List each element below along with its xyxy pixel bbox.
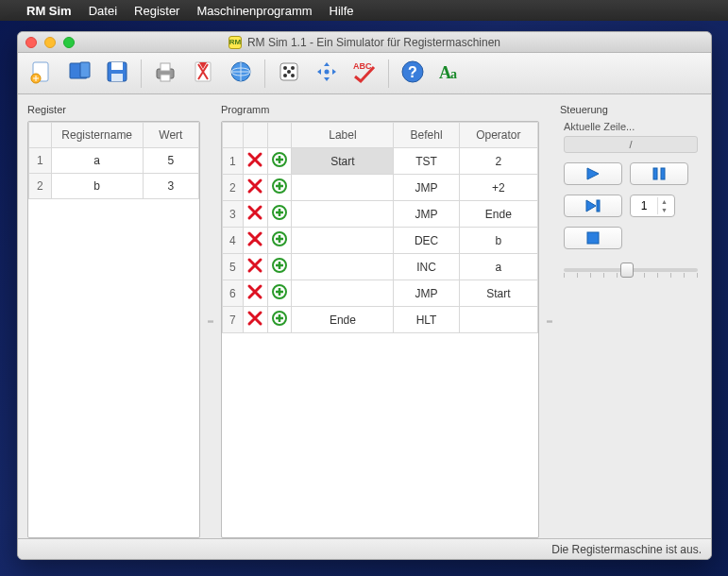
toolbar-separator <box>388 59 389 88</box>
program-operator-cell[interactable]: a <box>459 254 537 280</box>
program-befehl-cell[interactable]: INC <box>394 254 459 280</box>
program-operator-cell[interactable]: b <box>459 228 537 254</box>
delete-row-button[interactable] <box>243 175 267 201</box>
spinner-down-icon[interactable]: ▼ <box>658 206 670 214</box>
program-operator-cell[interactable]: Start <box>459 280 537 307</box>
menu-register[interactable]: Register <box>134 4 179 18</box>
program-label-cell[interactable]: Start <box>292 148 394 175</box>
program-row-index: 6 <box>223 280 244 307</box>
program-label-cell[interactable] <box>292 280 394 307</box>
save-icon <box>105 59 129 87</box>
program-label-cell[interactable] <box>292 228 394 254</box>
delete-row-button[interactable] <box>243 280 267 307</box>
program-row[interactable]: 5INCa <box>223 254 538 280</box>
program-col-label: Label <box>292 123 394 148</box>
register-name-cell[interactable]: b <box>51 174 143 199</box>
program-operator-cell[interactable]: Ende <box>459 201 537 228</box>
program-row[interactable]: 7EndeHLT <box>223 307 538 333</box>
add-row-button[interactable] <box>267 228 292 254</box>
program-row-index: 7 <box>223 307 244 333</box>
program-befehl-cell[interactable]: TST <box>394 148 459 175</box>
program-befehl-cell[interactable]: JMP <box>394 175 459 201</box>
check-abc-button[interactable]: ABC <box>347 58 382 90</box>
delete-row-button[interactable] <box>243 201 267 228</box>
program-row[interactable]: 6JMPStart <box>223 280 538 307</box>
speed-slider[interactable] <box>564 259 698 281</box>
program-row[interactable]: 4DECb <box>223 228 538 254</box>
program-col-add <box>267 123 292 148</box>
close-icon[interactable] <box>25 37 37 48</box>
add-icon <box>271 211 288 224</box>
zoom-icon[interactable] <box>63 37 75 48</box>
add-row-button[interactable] <box>267 201 292 228</box>
menu-maschinenprogramm[interactable]: Maschinenprogramm <box>196 4 312 18</box>
program-operator-cell[interactable] <box>459 307 537 333</box>
save-button[interactable] <box>99 58 135 90</box>
add-row-button[interactable] <box>267 254 292 280</box>
program-row[interactable]: 3JMPEnde <box>223 201 538 228</box>
register-name-cell[interactable]: a <box>51 148 143 174</box>
register-col-name: Registername <box>51 123 143 148</box>
add-row-button[interactable] <box>267 307 292 333</box>
delete-row-button[interactable] <box>243 307 267 333</box>
program-befehl-cell[interactable]: JMP <box>394 280 459 307</box>
pause-button[interactable] <box>630 162 688 185</box>
splitter-left[interactable] <box>208 104 213 538</box>
delete-row-button[interactable] <box>243 254 267 280</box>
new-button[interactable] <box>24 58 59 90</box>
svg-rect-37 <box>587 232 599 244</box>
slider-thumb[interactable] <box>620 263 634 278</box>
menu-hilfe[interactable]: Hilfe <box>330 4 354 18</box>
register-value-cell[interactable]: 3 <box>143 174 198 199</box>
add-icon <box>271 158 288 171</box>
web-icon <box>229 59 253 87</box>
program-operator-cell[interactable]: +2 <box>459 175 537 201</box>
program-row-index: 2 <box>223 175 244 201</box>
register-row[interactable]: 1a5 <box>29 148 199 174</box>
font-button[interactable]: Aa <box>432 58 468 90</box>
program-label-cell[interactable] <box>292 201 394 228</box>
menu-datei[interactable]: Datei <box>89 4 117 18</box>
program-panel-title: Programm <box>221 104 539 115</box>
program-row[interactable]: 1StartTST2 <box>223 148 538 175</box>
delete-row-button[interactable] <box>243 148 267 175</box>
play-icon <box>584 167 601 180</box>
step-count-input[interactable] <box>631 199 657 212</box>
svg-rect-36 <box>597 200 600 212</box>
register-row-index: 2 <box>29 174 52 199</box>
register-row-index: 1 <box>29 148 52 174</box>
splitter-right[interactable] <box>547 104 552 538</box>
spinner-up-icon[interactable]: ▲ <box>658 197 670 206</box>
step-count-spinner[interactable]: ▲ ▼ <box>630 195 675 217</box>
program-befehl-cell[interactable]: DEC <box>394 228 459 254</box>
open-button[interactable] <box>61 58 97 90</box>
add-row-button[interactable] <box>267 280 292 307</box>
program-row[interactable]: 2JMP+2 <box>223 175 538 201</box>
register-row[interactable]: 2b3 <box>29 174 199 199</box>
add-row-button[interactable] <box>267 175 292 201</box>
play-button[interactable] <box>564 162 622 185</box>
web-button[interactable] <box>223 58 259 90</box>
step-button[interactable] <box>564 195 622 217</box>
stop-button[interactable] <box>564 227 622 249</box>
minimize-icon[interactable] <box>44 37 56 48</box>
app-menu[interactable]: RM Sim <box>26 4 72 18</box>
delete-icon <box>246 290 263 303</box>
program-label-cell[interactable] <box>292 254 394 280</box>
dice-button[interactable] <box>271 58 307 90</box>
step-icon <box>584 199 601 212</box>
program-befehl-cell[interactable]: HLT <box>394 307 459 333</box>
add-row-button[interactable] <box>267 148 292 175</box>
add-icon <box>271 237 288 250</box>
register-value-cell[interactable]: 5 <box>143 148 198 174</box>
pdf-button[interactable] <box>185 58 221 90</box>
program-befehl-cell[interactable]: JMP <box>394 201 459 228</box>
program-label-cell[interactable]: Ende <box>292 307 394 333</box>
help-button[interactable]: ? <box>395 58 431 90</box>
delete-row-button[interactable] <box>243 228 267 254</box>
program-label-cell[interactable] <box>292 175 394 201</box>
program-operator-cell[interactable]: 2 <box>459 148 537 175</box>
arrows-button[interactable] <box>309 58 345 90</box>
window-title: RM Sim 1.1 - Ein Simulator für Registerm… <box>247 36 500 49</box>
print-button[interactable] <box>147 58 183 90</box>
